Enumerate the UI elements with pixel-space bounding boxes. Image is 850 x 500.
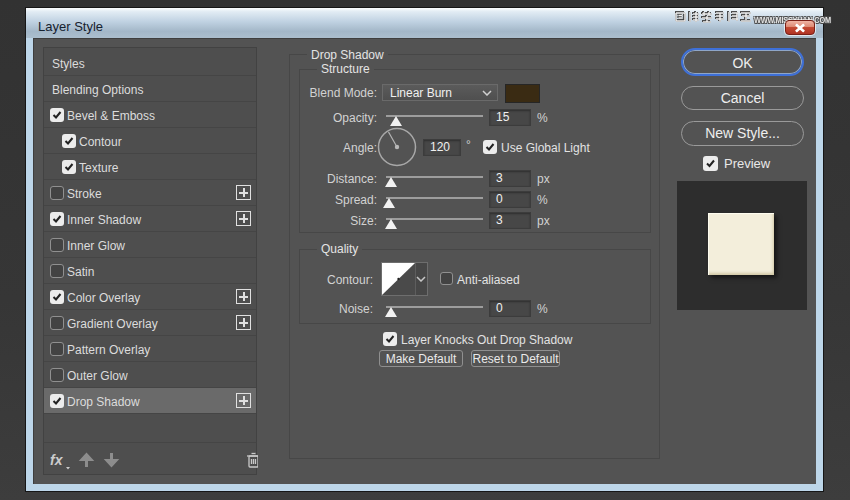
svg-text:fx: fx — [50, 452, 64, 468]
